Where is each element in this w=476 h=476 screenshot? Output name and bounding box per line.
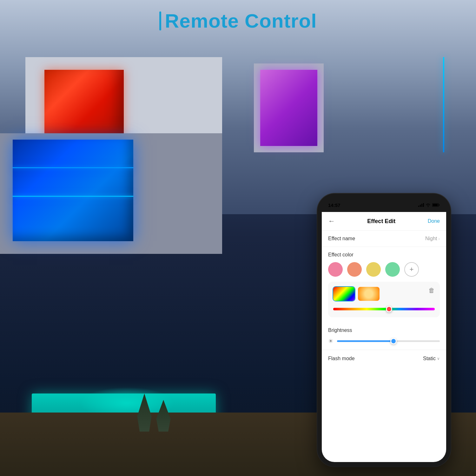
back-button[interactable]: ← bbox=[328, 217, 335, 225]
phone-device: 14:57 bbox=[317, 194, 451, 466]
color-circle-mint[interactable] bbox=[385, 262, 400, 277]
effect-color-section: Effect color + bbox=[322, 247, 446, 317]
add-color-button[interactable]: + bbox=[404, 262, 419, 277]
phone-frame: 14:57 bbox=[317, 194, 451, 466]
house-right-wing bbox=[254, 63, 324, 152]
status-bar: 14:57 bbox=[322, 198, 446, 212]
app-header: ← Effect Edit Done bbox=[322, 212, 446, 231]
color-circle-pink[interactable] bbox=[328, 262, 343, 277]
flash-mode-label: Flash mode bbox=[328, 356, 355, 361]
color-circles-row: + bbox=[328, 262, 440, 277]
window-blue-room bbox=[13, 140, 133, 241]
page-title-section: Remote Control bbox=[0, 10, 476, 32]
wifi-icon bbox=[426, 203, 431, 207]
page-title: Remote Control bbox=[165, 10, 317, 32]
delete-color-button[interactable]: 🗑 bbox=[428, 287, 435, 294]
flash-mode-value-group: Static ∨ bbox=[423, 356, 440, 361]
color-editor-card: 🗑 bbox=[328, 282, 440, 317]
brightness-icon: ☀ bbox=[328, 338, 333, 345]
led-strip-outdoor-1 bbox=[13, 167, 133, 168]
flash-mode-dropdown-arrow: ∨ bbox=[437, 356, 440, 361]
app-screen: ← Effect Edit Done Effect name Night › E… bbox=[322, 212, 446, 462]
header-title: Effect Edit bbox=[367, 218, 395, 225]
window-purple-room bbox=[260, 70, 317, 146]
svg-rect-1 bbox=[439, 204, 440, 206]
led-strip-right bbox=[443, 57, 444, 152]
flash-mode-value: Static bbox=[423, 356, 436, 361]
signal-icon bbox=[418, 203, 424, 207]
color-slider-track bbox=[333, 308, 435, 310]
rainbow-color-button[interactable] bbox=[333, 287, 355, 301]
done-button[interactable]: Done bbox=[428, 218, 440, 224]
warm-gradient bbox=[358, 287, 380, 301]
color-type-buttons bbox=[333, 287, 435, 301]
brightness-thumb[interactable] bbox=[390, 338, 397, 344]
effect-color-label: Effect color bbox=[328, 252, 440, 258]
warm-color-button[interactable] bbox=[358, 287, 380, 301]
effect-name-value-group: Night › bbox=[425, 236, 440, 241]
status-time: 14:57 bbox=[328, 202, 340, 208]
effect-name-value: Night bbox=[425, 236, 437, 241]
effect-name-label: Effect name bbox=[328, 236, 355, 241]
effect-name-row[interactable]: Effect name Night › bbox=[322, 231, 446, 247]
color-circle-salmon[interactable] bbox=[347, 262, 362, 277]
brightness-section: Brightness ☀ bbox=[322, 322, 446, 350]
brightness-label: Brightness bbox=[328, 327, 440, 333]
effect-name-chevron: › bbox=[438, 236, 440, 241]
brightness-slider-row: ☀ bbox=[328, 338, 440, 345]
color-circle-yellow[interactable] bbox=[366, 262, 381, 277]
led-strip-outdoor-2 bbox=[13, 196, 133, 197]
brightness-fill bbox=[337, 340, 393, 342]
house-lower bbox=[0, 133, 222, 254]
color-slider-thumb[interactable] bbox=[386, 306, 392, 312]
window-red-room bbox=[44, 70, 124, 140]
color-slider[interactable] bbox=[333, 306, 435, 312]
rainbow-gradient bbox=[333, 287, 355, 301]
svg-rect-2 bbox=[433, 204, 438, 206]
brightness-slider[interactable] bbox=[337, 338, 440, 344]
battery-icon bbox=[432, 203, 440, 207]
flash-mode-row[interactable]: Flash mode Static ∨ bbox=[322, 350, 446, 367]
title-bar-decoration bbox=[159, 11, 161, 30]
status-icons bbox=[418, 203, 440, 207]
